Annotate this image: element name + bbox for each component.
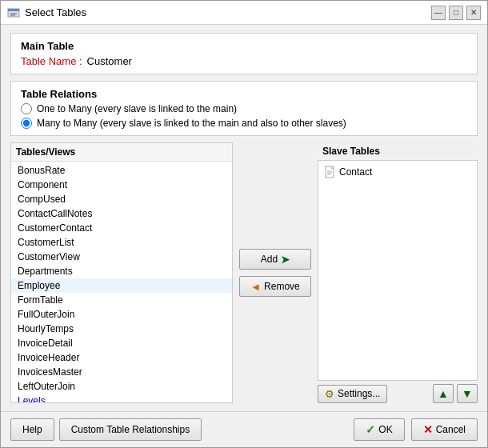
main-window: Select Tables — □ ✕ Main Table Table Nam…: [0, 0, 488, 448]
slave-tables-label: Slave Tables: [318, 142, 478, 160]
table-name-row: Table Name : Customer: [21, 55, 467, 67]
add-button[interactable]: Add ➤: [239, 249, 311, 270]
window-icon: [7, 6, 20, 19]
radio-group: One to Many (every slave is linked to th…: [21, 103, 467, 129]
bottom-left: Help Custom Table Relationships: [10, 418, 347, 441]
down-icon: ▼: [462, 387, 473, 400]
radio-label-one-to-many: One to Many (every slave is linked to th…: [37, 103, 237, 114]
up-button[interactable]: ▲: [433, 384, 454, 403]
table-relations-title: Table Relations: [21, 88, 467, 100]
slave-list-item[interactable]: Contact: [322, 164, 474, 180]
up-icon: ▲: [438, 387, 449, 400]
table-list-item[interactable]: HourlyTemps: [11, 322, 232, 336]
table-list-item[interactable]: InvoiceHeader: [11, 350, 232, 365]
close-button[interactable]: ✕: [466, 6, 481, 20]
radio-row-many-to-many: Many to Many (every slave is linked to t…: [21, 118, 467, 129]
settings-button[interactable]: ⚙ Settings...: [318, 385, 387, 403]
table-list-item[interactable]: Levels: [11, 394, 232, 402]
table-list-item[interactable]: CustomerView: [11, 250, 232, 264]
settings-gear-icon: ⚙: [325, 388, 334, 400]
add-label: Add: [261, 254, 278, 265]
bottom-bar: Help Custom Table Relationships ✓ OK ✕ C…: [1, 411, 487, 447]
table-list-item[interactable]: BonusRate: [11, 163, 232, 178]
remove-label: Remove: [264, 281, 300, 292]
table-list-item[interactable]: ContactCallNotes: [11, 206, 232, 221]
window-title: Select Tables: [25, 6, 431, 18]
title-controls: — □ ✕: [431, 6, 481, 20]
title-bar: Select Tables — □ ✕: [1, 1, 487, 25]
table-relations-section: Table Relations One to Many (every slave…: [10, 81, 478, 136]
custom-table-relationships-button[interactable]: Custom Table Relationships: [59, 418, 202, 441]
main-table-title: Main Table: [21, 40, 467, 52]
middle-section: Tables/Views BonusRateComponentCompUsedC…: [10, 142, 478, 403]
remove-button[interactable]: ◄ Remove: [239, 276, 311, 297]
minimize-button[interactable]: —: [431, 6, 446, 20]
radio-one-to-many[interactable]: [21, 103, 32, 114]
window-body: Main Table Table Name : Customer Table R…: [1, 25, 487, 411]
middle-buttons: Add ➤ ◄ Remove: [239, 142, 311, 403]
table-list-item[interactable]: FormTable: [11, 293, 232, 307]
add-arrow-icon: ➤: [281, 254, 290, 266]
slave-tables-panel: Slave Tables Contact ⚙ Settings... ▲ ▼: [318, 142, 478, 403]
cancel-label: Cancel: [436, 424, 466, 435]
cancel-button[interactable]: ✕ Cancel: [411, 418, 478, 441]
table-list-item[interactable]: Component: [11, 178, 232, 192]
table-name-label: Table Name :: [21, 55, 82, 67]
svg-rect-1: [8, 9, 19, 11]
radio-many-to-many[interactable]: [21, 118, 32, 129]
table-list-item[interactable]: InvoiceDetail: [11, 336, 232, 350]
slave-bottom: ⚙ Settings... ▲ ▼: [318, 384, 478, 403]
table-list-item[interactable]: FullOuterJoin: [11, 307, 232, 322]
table-list-item[interactable]: CustomerList: [11, 235, 232, 250]
maximize-button[interactable]: □: [449, 6, 463, 20]
radio-label-many-to-many: Many to Many (every slave is linked to t…: [37, 118, 346, 129]
main-table-section: Main Table Table Name : Customer: [10, 33, 478, 74]
document-icon: [325, 166, 336, 178]
down-button[interactable]: ▼: [457, 384, 478, 403]
ok-button[interactable]: ✓ OK: [354, 418, 404, 441]
ok-check-icon: ✓: [366, 423, 375, 436]
radio-row-one-to-many: One to Many (every slave is linked to th…: [21, 103, 467, 114]
tables-views-panel: Tables/Views BonusRateComponentCompUsedC…: [10, 142, 233, 403]
tables-views-list[interactable]: BonusRateComponentCompUsedContactCallNot…: [11, 162, 232, 402]
tables-views-label: Tables/Views: [11, 143, 232, 162]
table-list-item[interactable]: Departments: [11, 264, 232, 278]
table-list-item[interactable]: Employee: [11, 278, 232, 293]
slave-item-name: Contact: [339, 166, 372, 178]
settings-label: Settings...: [338, 388, 380, 399]
cancel-x-icon: ✕: [423, 423, 433, 436]
table-list-item[interactable]: LeftOuterJoin: [11, 379, 232, 394]
help-button[interactable]: Help: [10, 418, 54, 441]
remove-arrow-icon: ◄: [250, 281, 261, 293]
table-name-value: Customer: [87, 55, 132, 67]
table-list-item[interactable]: InvoicesMaster: [11, 365, 232, 379]
table-list-item[interactable]: CompUsed: [11, 192, 232, 206]
ok-label: OK: [378, 424, 392, 435]
slave-tables-list[interactable]: Contact: [318, 160, 478, 381]
table-list-item[interactable]: CustomerContact: [11, 221, 232, 235]
nav-buttons: ▲ ▼: [433, 384, 478, 403]
